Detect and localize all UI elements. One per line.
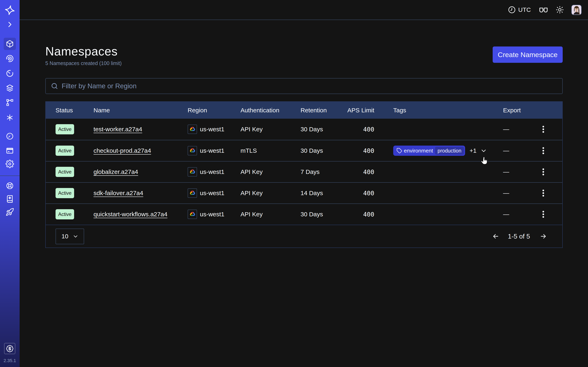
auth-cell: mTLS [241, 147, 301, 154]
clock-icon [508, 6, 516, 14]
aps-limit-cell: 400 [347, 147, 393, 154]
sidebar-item-getting-started[interactable] [4, 206, 16, 218]
retention-cell: 14 Days [301, 190, 347, 197]
status-badge: Active [56, 146, 74, 156]
region-cell: us-west1 [188, 210, 241, 219]
sidebar-item-usage[interactable] [4, 130, 16, 142]
sidebar-item-docs[interactable] [4, 193, 16, 205]
page-subtitle: 5 Namespaces created (100 limit) [45, 60, 122, 66]
column-header-aps-limit: APS Limit [347, 107, 393, 114]
region-cell: us-west1 [188, 125, 241, 134]
namespace-link[interactable]: test-worker.a27a4 [94, 126, 142, 133]
auth-cell: API Key [241, 211, 301, 218]
table-row[interactable]: Active test-worker.a27a4 us-west1 API Ke… [46, 119, 562, 140]
column-header-authentication: Authentication [241, 107, 301, 114]
gcp-icon [188, 167, 197, 176]
sidebar-item-nexus[interactable] [4, 96, 16, 109]
sidebar-item-billing[interactable] [4, 145, 16, 157]
namespace-link[interactable]: checkout-prod.a27a4 [94, 147, 151, 154]
page-size-select[interactable]: 10 [56, 229, 84, 244]
auth-cell: API Key [241, 190, 301, 197]
retention-cell: 30 Days [301, 211, 347, 218]
mouse-cursor [481, 157, 488, 166]
billing-badge-button[interactable] [4, 343, 15, 354]
badge-dollar-icon [6, 345, 14, 352]
search-box[interactable] [45, 78, 563, 94]
pagination-range: 1-5 of 5 [508, 233, 530, 240]
auth-cell: API Key [241, 126, 301, 133]
region-cell: us-west1 [188, 167, 241, 176]
arrow-right-icon [540, 233, 547, 240]
sidebar-item-deployments[interactable] [4, 82, 16, 94]
create-namespace-button[interactable]: Create Namespace [493, 47, 563, 63]
row-menu-button[interactable] [543, 168, 544, 175]
aps-limit-cell: 400 [347, 126, 393, 133]
tag-icon [397, 148, 402, 154]
tags-more-count: +1 [470, 147, 476, 154]
region-label: us-west1 [200, 168, 224, 175]
gcp-icon [188, 125, 197, 134]
theme-toggle[interactable] [555, 6, 564, 14]
layers-icon [6, 84, 14, 92]
row-menu-button[interactable] [543, 147, 544, 154]
region-cell: us-west1 [188, 146, 241, 155]
tag-key: environment [404, 148, 433, 154]
tag-value: production [435, 147, 464, 155]
gcp-icon [188, 188, 197, 198]
export-cell: — [503, 126, 534, 133]
sidebar-item-settings[interactable] [4, 158, 16, 170]
sidebar-item-schedules[interactable] [4, 67, 16, 80]
search-icon [51, 82, 58, 90]
rocket-icon [6, 208, 14, 216]
table-row[interactable]: Active quickstart-workflows.a27a4 us-wes… [46, 203, 562, 225]
gcp-icon [188, 146, 197, 155]
column-header-region: Region [188, 107, 241, 114]
column-header-tags: Tags [393, 107, 503, 114]
arrow-left-icon [492, 233, 499, 240]
export-cell: — [503, 147, 534, 154]
page-title: Namespaces [45, 44, 122, 59]
credit-card-icon [6, 146, 14, 155]
namespace-link[interactable]: globalizer.a27a4 [94, 168, 138, 175]
gcp-icon [188, 210, 197, 219]
sidebar-item-batch[interactable] [4, 111, 16, 124]
column-header-status: Status [56, 107, 94, 114]
app-root: 2.35.1 UTC Namespaces 5 Namespaces creat… [0, 0, 588, 367]
retention-cell: 30 Days [301, 126, 347, 133]
namespace-link[interactable]: sdk-failover.a27a4 [94, 190, 143, 196]
sidebar-item-workflows[interactable] [4, 52, 16, 65]
next-page-button[interactable] [540, 233, 547, 240]
timezone-selector[interactable]: UTC [508, 6, 531, 14]
pagination: 10 1-5 of 5 [46, 225, 562, 248]
temporal-logo-icon [4, 4, 16, 16]
tag-chip[interactable]: environment production [393, 146, 465, 156]
aps-limit-cell: 400 [347, 211, 393, 218]
labs-toggle[interactable] [539, 5, 548, 15]
table-row[interactable]: Active sdk-failover.a27a4 us-west1 API K… [46, 182, 562, 203]
status-badge: Active [56, 209, 74, 219]
namespace-link[interactable]: quickstart-workflows.a27a4 [94, 211, 167, 217]
branch-icon [6, 98, 14, 107]
namespaces-table: StatusNameRegionAuthenticationRetentionA… [45, 101, 563, 248]
prev-page-button[interactable] [492, 233, 499, 240]
region-label: us-west1 [200, 211, 224, 218]
row-menu-button[interactable] [543, 211, 544, 218]
column-header-name: Name [94, 107, 188, 114]
sidebar-item-support[interactable] [4, 180, 16, 192]
expand-sidebar-button[interactable] [4, 18, 16, 31]
row-menu-button[interactable] [543, 190, 544, 197]
sidebar-item-namespaces[interactable] [4, 38, 16, 50]
region-cell: us-west1 [188, 188, 241, 198]
tags-expand-chevron-icon[interactable] [481, 148, 487, 154]
spiral-icon [6, 54, 14, 63]
glasses-icon [539, 5, 548, 15]
table-header: StatusNameRegionAuthenticationRetentionA… [46, 102, 562, 119]
chevron-down-icon [73, 234, 78, 239]
asterisk-icon [6, 113, 14, 122]
export-cell: — [503, 190, 534, 197]
search-input[interactable] [62, 82, 557, 90]
column-header-retention: Retention [301, 107, 347, 114]
row-menu-button[interactable] [543, 126, 544, 133]
avatar[interactable] [571, 5, 582, 15]
export-cell: — [503, 168, 534, 175]
